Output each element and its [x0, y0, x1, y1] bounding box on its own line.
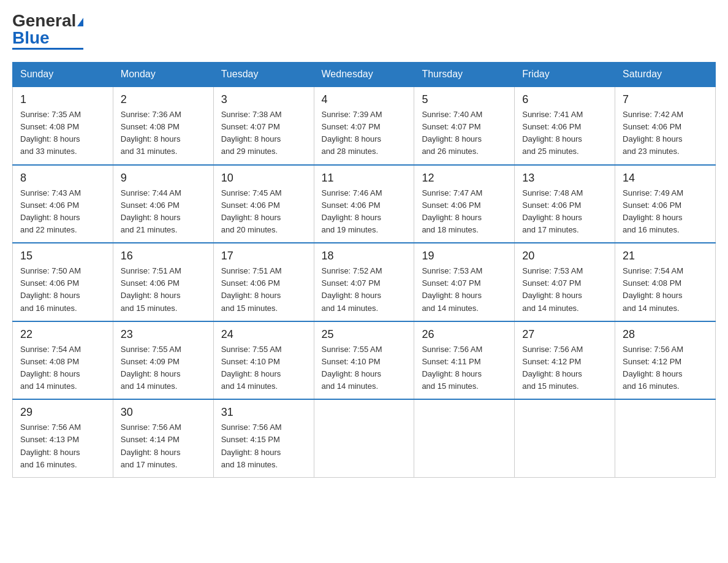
day-number: 20: [522, 250, 607, 262]
calendar-table: SundayMondayTuesdayWednesdayThursdayFrid…: [12, 62, 716, 478]
day-number: 22: [20, 328, 105, 341]
day-number: 2: [121, 93, 206, 106]
calendar-week-5: 29 Sunrise: 7:56 AM Sunset: 4:13 PM Dayl…: [13, 399, 716, 477]
weekday-header-monday: Monday: [113, 63, 213, 87]
day-info: Sunrise: 7:53 AM Sunset: 4:07 PM Dayligh…: [422, 265, 507, 315]
logo-blue: Blue: [12, 28, 50, 47]
calendar-cell: 28 Sunrise: 7:56 AM Sunset: 4:12 PM Dayl…: [615, 321, 716, 400]
calendar-week-3: 15 Sunrise: 7:50 AM Sunset: 4:06 PM Dayl…: [13, 243, 716, 321]
day-number: 13: [522, 172, 607, 185]
calendar-cell: 7 Sunrise: 7:42 AM Sunset: 4:06 PM Dayli…: [615, 86, 716, 165]
calendar-cell: 1 Sunrise: 7:35 AM Sunset: 4:08 PM Dayli…: [13, 86, 113, 165]
weekday-header-friday: Friday: [515, 63, 615, 87]
calendar-cell: 6 Sunrise: 7:41 AM Sunset: 4:06 PM Dayli…: [515, 86, 615, 165]
weekday-header-saturday: Saturday: [615, 63, 716, 87]
day-number: 18: [322, 250, 407, 262]
day-number: 26: [422, 328, 507, 341]
day-number: 1: [20, 93, 105, 106]
day-info: Sunrise: 7:39 AM Sunset: 4:07 PM Dayligh…: [322, 109, 407, 158]
day-number: 9: [121, 172, 206, 185]
day-number: 23: [121, 328, 206, 341]
day-number: 11: [322, 172, 407, 185]
day-info: Sunrise: 7:56 AM Sunset: 4:12 PM Dayligh…: [623, 343, 708, 393]
day-info: Sunrise: 7:44 AM Sunset: 4:06 PM Dayligh…: [121, 187, 206, 237]
day-info: Sunrise: 7:47 AM Sunset: 4:06 PM Dayligh…: [422, 187, 507, 237]
day-info: Sunrise: 7:56 AM Sunset: 4:12 PM Dayligh…: [522, 343, 607, 393]
page-header: General Blue: [12, 12, 716, 50]
calendar-cell: 15 Sunrise: 7:50 AM Sunset: 4:06 PM Dayl…: [13, 243, 113, 321]
calendar-cell: 16 Sunrise: 7:51 AM Sunset: 4:06 PM Dayl…: [113, 243, 213, 321]
day-number: 31: [221, 406, 306, 419]
calendar-cell: 2 Sunrise: 7:36 AM Sunset: 4:08 PM Dayli…: [113, 86, 213, 165]
day-number: 19: [422, 250, 507, 262]
calendar-cell: 17 Sunrise: 7:51 AM Sunset: 4:06 PM Dayl…: [213, 243, 314, 321]
calendar-cell: 10 Sunrise: 7:45 AM Sunset: 4:06 PM Dayl…: [213, 165, 314, 243]
day-info: Sunrise: 7:46 AM Sunset: 4:06 PM Dayligh…: [322, 187, 407, 237]
day-info: Sunrise: 7:52 AM Sunset: 4:07 PM Dayligh…: [322, 265, 407, 315]
day-info: Sunrise: 7:43 AM Sunset: 4:06 PM Dayligh…: [20, 187, 105, 237]
day-number: 15: [20, 250, 105, 262]
calendar-cell: 23 Sunrise: 7:55 AM Sunset: 4:09 PM Dayl…: [113, 321, 213, 400]
calendar-cell: [615, 399, 716, 477]
day-info: Sunrise: 7:56 AM Sunset: 4:11 PM Dayligh…: [422, 343, 507, 393]
calendar-cell: 19 Sunrise: 7:53 AM Sunset: 4:07 PM Dayl…: [414, 243, 515, 321]
day-number: 29: [20, 406, 105, 419]
logo: General Blue: [12, 12, 83, 50]
day-info: Sunrise: 7:45 AM Sunset: 4:06 PM Dayligh…: [221, 187, 306, 237]
logo-general: General: [12, 11, 76, 30]
calendar-cell: 20 Sunrise: 7:53 AM Sunset: 4:07 PM Dayl…: [515, 243, 615, 321]
calendar-cell: 4 Sunrise: 7:39 AM Sunset: 4:07 PM Dayli…: [314, 86, 414, 165]
day-number: 6: [522, 93, 607, 106]
day-info: Sunrise: 7:50 AM Sunset: 4:06 PM Dayligh…: [20, 265, 105, 315]
day-number: 3: [221, 93, 306, 106]
calendar-cell: 12 Sunrise: 7:47 AM Sunset: 4:06 PM Dayl…: [414, 165, 515, 243]
day-info: Sunrise: 7:54 AM Sunset: 4:08 PM Dayligh…: [623, 265, 708, 315]
day-number: 25: [322, 328, 407, 341]
day-info: Sunrise: 7:35 AM Sunset: 4:08 PM Dayligh…: [20, 109, 105, 158]
calendar-cell: 24 Sunrise: 7:55 AM Sunset: 4:10 PM Dayl…: [213, 321, 314, 400]
day-info: Sunrise: 7:49 AM Sunset: 4:06 PM Dayligh…: [623, 187, 708, 237]
day-info: Sunrise: 7:55 AM Sunset: 4:09 PM Dayligh…: [121, 343, 206, 393]
day-number: 17: [221, 250, 306, 262]
weekday-header-tuesday: Tuesday: [213, 63, 314, 87]
day-number: 27: [522, 328, 607, 341]
day-number: 8: [20, 172, 105, 185]
day-info: Sunrise: 7:55 AM Sunset: 4:10 PM Dayligh…: [221, 343, 306, 393]
calendar-cell: 8 Sunrise: 7:43 AM Sunset: 4:06 PM Dayli…: [13, 165, 113, 243]
day-info: Sunrise: 7:48 AM Sunset: 4:06 PM Dayligh…: [522, 187, 607, 237]
day-info: Sunrise: 7:36 AM Sunset: 4:08 PM Dayligh…: [121, 109, 206, 158]
logo-underline: [12, 48, 83, 50]
day-info: Sunrise: 7:51 AM Sunset: 4:06 PM Dayligh…: [221, 265, 306, 315]
day-info: Sunrise: 7:40 AM Sunset: 4:07 PM Dayligh…: [422, 109, 507, 158]
calendar-cell: 14 Sunrise: 7:49 AM Sunset: 4:06 PM Dayl…: [615, 165, 716, 243]
day-number: 16: [121, 250, 206, 262]
day-number: 10: [221, 172, 306, 185]
day-number: 21: [623, 250, 708, 262]
calendar-cell: 11 Sunrise: 7:46 AM Sunset: 4:06 PM Dayl…: [314, 165, 414, 243]
weekday-header-row: SundayMondayTuesdayWednesdayThursdayFrid…: [13, 63, 716, 87]
calendar-cell: 21 Sunrise: 7:54 AM Sunset: 4:08 PM Dayl…: [615, 243, 716, 321]
calendar-cell: 22 Sunrise: 7:54 AM Sunset: 4:08 PM Dayl…: [13, 321, 113, 400]
day-number: 7: [623, 93, 708, 106]
day-info: Sunrise: 7:41 AM Sunset: 4:06 PM Dayligh…: [522, 109, 607, 158]
weekday-header-wednesday: Wednesday: [314, 63, 414, 87]
calendar-cell: 27 Sunrise: 7:56 AM Sunset: 4:12 PM Dayl…: [515, 321, 615, 400]
calendar-cell: 13 Sunrise: 7:48 AM Sunset: 4:06 PM Dayl…: [515, 165, 615, 243]
calendar-cell: 29 Sunrise: 7:56 AM Sunset: 4:13 PM Dayl…: [13, 399, 113, 477]
calendar-cell: 5 Sunrise: 7:40 AM Sunset: 4:07 PM Dayli…: [414, 86, 515, 165]
calendar-cell: 30 Sunrise: 7:56 AM Sunset: 4:14 PM Dayl…: [113, 399, 213, 477]
weekday-header-thursday: Thursday: [414, 63, 515, 87]
day-info: Sunrise: 7:56 AM Sunset: 4:14 PM Dayligh…: [121, 421, 206, 471]
calendar-week-1: 1 Sunrise: 7:35 AM Sunset: 4:08 PM Dayli…: [13, 86, 716, 165]
day-info: Sunrise: 7:38 AM Sunset: 4:07 PM Dayligh…: [221, 109, 306, 158]
day-info: Sunrise: 7:56 AM Sunset: 4:15 PM Dayligh…: [221, 421, 306, 471]
calendar-cell: 31 Sunrise: 7:56 AM Sunset: 4:15 PM Dayl…: [213, 399, 314, 477]
calendar-week-2: 8 Sunrise: 7:43 AM Sunset: 4:06 PM Dayli…: [13, 165, 716, 243]
day-info: Sunrise: 7:56 AM Sunset: 4:13 PM Dayligh…: [20, 421, 105, 471]
calendar-cell: 3 Sunrise: 7:38 AM Sunset: 4:07 PM Dayli…: [213, 86, 314, 165]
day-info: Sunrise: 7:54 AM Sunset: 4:08 PM Dayligh…: [20, 343, 105, 393]
calendar-cell: 9 Sunrise: 7:44 AM Sunset: 4:06 PM Dayli…: [113, 165, 213, 243]
day-number: 14: [623, 172, 708, 185]
day-number: 4: [322, 93, 407, 106]
logo-text: General Blue: [12, 12, 83, 47]
